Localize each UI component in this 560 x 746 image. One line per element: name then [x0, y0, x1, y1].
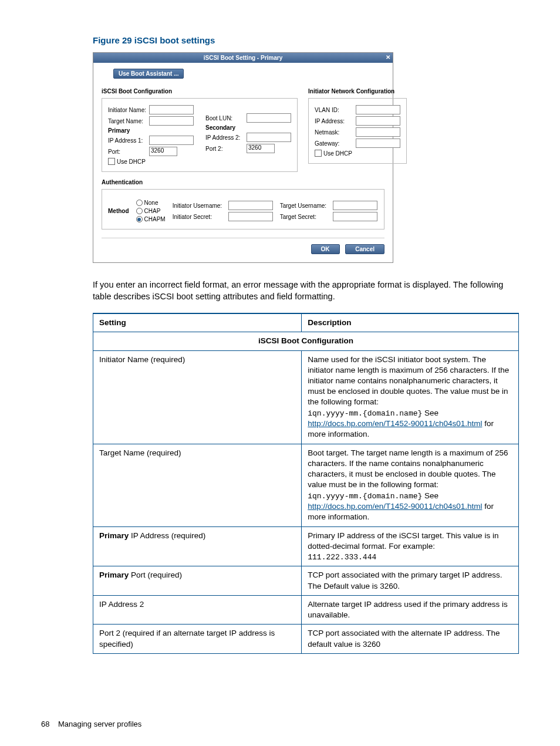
cell-description: Alternate target IP address used if the … — [302, 595, 519, 624]
use-dhcp-right-checkbox[interactable] — [315, 150, 322, 157]
th-description: Description — [302, 313, 519, 332]
cell-description: Primary IP address of the iSCSI target. … — [302, 526, 519, 566]
ipaddr-label: IP Address: — [315, 118, 356, 124]
ip2-label: IP Address 2: — [205, 134, 247, 141]
cell-description: Boot target. The target name length is a… — [302, 444, 519, 526]
use-boot-assistant-button[interactable]: Use Boot Assistant ... — [113, 69, 184, 79]
table-section: iSCSI Boot Configuration — [93, 332, 519, 350]
method-chapm-label: CHAPM — [144, 216, 166, 222]
netmask-field[interactable] — [356, 127, 400, 137]
table-row: Primary Port (required) TCP port associa… — [93, 566, 519, 595]
ip2-field[interactable] — [247, 133, 291, 142]
boot-lun-field[interactable] — [247, 113, 291, 123]
cell-setting: Port 2 (required if an alternate target … — [93, 625, 302, 653]
initiator-name-label: Initiator Name: — [108, 107, 149, 113]
method-none-label: None — [144, 200, 158, 206]
cell-setting: Primary Port (required) — [93, 566, 302, 595]
footer-title: Managing server profiles — [58, 720, 141, 728]
cell-description: TCP port associated with the alternate I… — [302, 625, 519, 653]
bootcfg-header: iSCSI Boot Configuration — [102, 88, 298, 94]
method-none-radio[interactable] — [136, 200, 143, 206]
ip1-field[interactable] — [149, 136, 194, 145]
target-name-field[interactable] — [149, 116, 194, 126]
method-chap-radio[interactable] — [136, 208, 143, 214]
tgt-user-label: Target Username: — [280, 202, 333, 209]
gateway-label: Gateway: — [315, 140, 356, 147]
use-dhcp-left-label: Use DHCP — [117, 158, 146, 165]
table-row: Port 2 (required if an alternate target … — [93, 625, 519, 653]
netcfg-header: Initiator Network Configuration — [308, 88, 407, 94]
port2-field[interactable]: 3260 — [247, 144, 275, 153]
port-label: Port: — [108, 148, 149, 155]
init-user-label: Initiator Username: — [173, 202, 228, 209]
method-chap-label: CHAP — [144, 208, 161, 214]
table-row: Target Name (required) Boot target. The … — [93, 444, 519, 526]
auth-header: Authentication — [102, 179, 384, 185]
target-name-label: Target Name: — [108, 118, 149, 124]
cell-description: TCP port associated with the primary tar… — [302, 566, 519, 595]
th-setting: Setting — [93, 313, 302, 332]
init-secret-field[interactable] — [228, 212, 273, 221]
tgt-secret-label: Target Secret: — [280, 214, 333, 220]
dialog-titlebar: iSCSI Boot Setting - Primary ✕ — [93, 53, 393, 63]
page-footer: 68 Managing server profiles — [41, 720, 141, 728]
use-dhcp-right-label: Use DHCP — [323, 150, 352, 157]
gateway-field[interactable] — [356, 139, 400, 148]
ok-button[interactable]: OK — [311, 244, 340, 254]
method-chapm-radio[interactable] — [136, 216, 143, 222]
initiator-name-field[interactable] — [149, 105, 194, 114]
link[interactable]: http://docs.hp.com/en/T1452-90011/ch04s0… — [308, 502, 482, 511]
cell-setting: Target Name (required) — [93, 444, 302, 526]
figure-title: Figure 29 iSCSI boot settings — [93, 35, 519, 45]
page-number: 68 — [41, 720, 49, 728]
init-user-field[interactable] — [228, 201, 273, 210]
netmask-label: Netmask: — [315, 129, 356, 136]
cell-setting: Initiator Name (required) — [93, 350, 302, 444]
table-row: Primary IP Address (required) Primary IP… — [93, 526, 519, 566]
use-dhcp-left-checkbox[interactable] — [108, 158, 115, 165]
close-icon[interactable]: ✕ — [386, 54, 390, 60]
cancel-button[interactable]: Cancel — [345, 244, 384, 254]
table-row: Initiator Name (required) Name used for … — [93, 350, 519, 444]
vlan-field[interactable] — [356, 105, 400, 114]
cell-setting: IP Address 2 — [93, 595, 302, 624]
port2-label: Port 2: — [205, 146, 247, 152]
port-field[interactable]: 3260 — [149, 147, 177, 156]
settings-table: Setting Description iSCSI Boot Configura… — [93, 313, 519, 654]
ipaddr-field[interactable] — [356, 116, 400, 126]
secondary-label: Secondary — [205, 124, 247, 131]
iscsi-dialog: iSCSI Boot Setting - Primary ✕ Use Boot … — [93, 52, 393, 263]
method-label: Method — [108, 208, 129, 214]
ip1-label: IP Address 1: — [108, 137, 149, 144]
init-secret-label: Initiator Secret: — [173, 214, 228, 220]
cell-description: Name used for the iSCSI initiator boot s… — [302, 350, 519, 444]
table-row: IP Address 2 Alternate target IP address… — [93, 595, 519, 624]
dialog-title-text: iSCSI Boot Setting - Primary — [204, 55, 282, 61]
cell-setting: Primary IP Address (required) — [93, 526, 302, 566]
tgt-secret-field[interactable] — [333, 212, 377, 221]
primary-label: Primary — [108, 127, 149, 134]
link[interactable]: http://docs.hp.com/en/T1452-90011/ch04s0… — [308, 419, 482, 428]
paragraph-text: If you enter an incorrect field format, … — [93, 279, 519, 302]
vlan-label: VLAN ID: — [315, 107, 356, 113]
tgt-user-field[interactable] — [333, 201, 377, 210]
boot-lun-label: Boot LUN: — [205, 115, 247, 121]
